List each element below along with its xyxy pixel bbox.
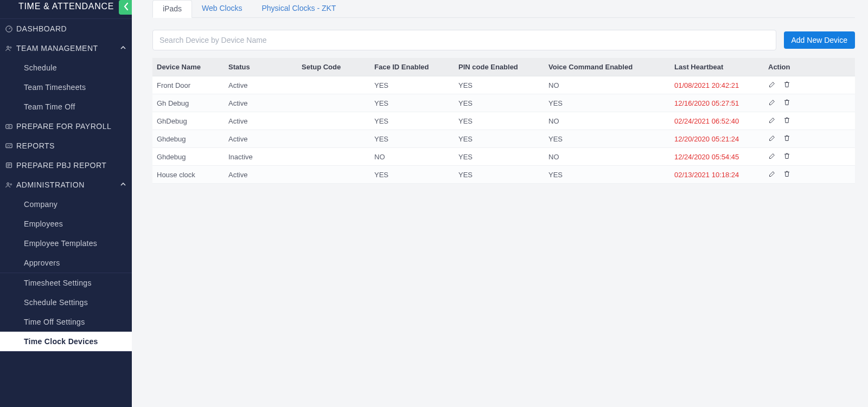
cell-device-name: GhDebug xyxy=(152,112,224,130)
cell-face: YES xyxy=(370,166,454,184)
cell-setup xyxy=(297,166,370,184)
cell-voice: YES xyxy=(544,94,670,112)
cell-setup xyxy=(297,94,370,112)
trash-icon[interactable] xyxy=(783,98,791,108)
tab-physical-clocks[interactable]: Physical Clocks - ZKT xyxy=(252,0,346,17)
pbj-icon xyxy=(3,161,14,170)
cell-status: Active xyxy=(224,130,297,148)
trash-icon[interactable] xyxy=(783,152,791,161)
app-title: TIME & ATTENDANCE xyxy=(0,0,132,18)
edit-icon[interactable] xyxy=(768,134,776,144)
cell-device-name: House clock xyxy=(152,166,224,184)
cell-status: Active xyxy=(224,112,297,130)
search-input[interactable] xyxy=(152,30,776,50)
edit-icon[interactable] xyxy=(768,170,776,179)
sidebar-item-label: DASHBOARD xyxy=(16,24,67,33)
sidebar-item-team-management[interactable]: TEAM MANAGEMENT xyxy=(0,38,132,58)
cell-heartbeat: 12/16/2020 05:27:51 xyxy=(670,94,764,112)
cell-voice: NO xyxy=(544,76,670,94)
sidebar-item-label: REPORTS xyxy=(16,141,55,150)
cell-action xyxy=(764,76,855,94)
add-new-device-button[interactable]: Add New Device xyxy=(784,31,856,49)
col-setup-code: Setup Code xyxy=(297,58,370,76)
cell-pin: YES xyxy=(454,166,544,184)
sidebar-item-label: PREPARE PBJ REPORT xyxy=(16,161,106,170)
sidebar-sub-approvers[interactable]: Approvers xyxy=(0,253,132,273)
cell-device-name: Gh Debug xyxy=(152,94,224,112)
cell-pin: YES xyxy=(454,94,544,112)
svg-rect-3 xyxy=(5,124,11,128)
sidebar-item-pbj-report[interactable]: PREPARE PBJ REPORT xyxy=(0,156,132,175)
sidebar-item-prepare-payroll[interactable]: PREPARE FOR PAYROLL xyxy=(0,117,132,136)
col-pin-code: PIN code Enabled xyxy=(454,58,544,76)
table-row: House clockActiveYESYESYES02/13/2021 10:… xyxy=(152,166,855,184)
svg-point-2 xyxy=(10,47,11,48)
cell-device-name: Front Door xyxy=(152,76,224,94)
sidebar-item-dashboard[interactable]: DASHBOARD xyxy=(0,18,132,38)
trash-icon[interactable] xyxy=(783,80,791,90)
sidebar: TIME & ATTENDANCE DASHBOARD TEAM MANAGEM… xyxy=(0,0,132,407)
sidebar-item-reports[interactable]: REPORTS xyxy=(0,136,132,156)
cell-heartbeat: 12/24/2020 05:54:45 xyxy=(670,148,764,166)
cell-pin: YES xyxy=(454,112,544,130)
admin-icon xyxy=(3,181,14,189)
edit-icon[interactable] xyxy=(768,80,776,90)
cell-heartbeat: 02/24/2021 06:52:40 xyxy=(670,112,764,130)
cell-setup xyxy=(297,130,370,148)
sidebar-item-label: TEAM MANAGEMENT xyxy=(16,44,98,53)
cell-setup xyxy=(297,76,370,94)
cell-heartbeat: 12/20/2020 05:21:24 xyxy=(670,130,764,148)
sidebar-sub-team-timesheets[interactable]: Team Timesheets xyxy=(0,77,132,97)
cell-pin: YES xyxy=(454,76,544,94)
cell-status: Active xyxy=(224,166,297,184)
edit-icon[interactable] xyxy=(768,116,776,126)
cell-status: Active xyxy=(224,94,297,112)
cell-voice: NO xyxy=(544,112,670,130)
cell-setup xyxy=(297,112,370,130)
sidebar-sub-time-clock-devices[interactable]: Time Clock Devices xyxy=(0,332,132,351)
cell-setup xyxy=(297,148,370,166)
svg-point-8 xyxy=(10,184,12,185)
trash-icon[interactable] xyxy=(783,134,791,144)
tabs: iPads Web Clocks Physical Clocks - ZKT xyxy=(152,0,855,18)
col-action: Action xyxy=(764,58,855,76)
tab-ipads[interactable]: iPads xyxy=(152,0,192,18)
svg-rect-5 xyxy=(5,144,11,148)
edit-icon[interactable] xyxy=(768,152,776,161)
table-row: Gh DebugActiveYESYESYES12/16/2020 05:27:… xyxy=(152,94,855,112)
chevron-up-icon xyxy=(120,44,126,53)
cell-action xyxy=(764,166,855,184)
cell-status: Inactive xyxy=(224,148,297,166)
edit-icon[interactable] xyxy=(768,98,776,108)
sidebar-item-administration[interactable]: ADMINISTRATION xyxy=(0,175,132,195)
sidebar-sub-employee-templates[interactable]: Employee Templates xyxy=(0,234,132,253)
sidebar-sub-time-off-settings[interactable]: Time Off Settings xyxy=(0,312,132,332)
main-content: iPads Web Clocks Physical Clocks - ZKT A… xyxy=(132,0,868,407)
col-last-heartbeat: Last Heartbeat xyxy=(670,58,764,76)
table-row: GhdebugActiveYESYESYES12/20/2020 05:21:2… xyxy=(152,130,855,148)
table-row: GhDebugActiveYESYESNO02/24/2021 06:52:40 xyxy=(152,112,855,130)
cell-face: YES xyxy=(370,112,454,130)
col-face-id: Face ID Enabled xyxy=(370,58,454,76)
reports-icon xyxy=(3,142,14,150)
cell-voice: YES xyxy=(544,130,670,148)
sidebar-sub-team-time-off[interactable]: Team Time Off xyxy=(0,97,132,117)
sidebar-collapse-button[interactable] xyxy=(119,0,132,15)
cell-heartbeat: 02/13/2021 10:18:24 xyxy=(670,166,764,184)
trash-icon[interactable] xyxy=(783,116,791,126)
trash-icon[interactable] xyxy=(783,170,791,179)
dashboard-icon xyxy=(3,25,14,33)
sidebar-sub-company[interactable]: Company xyxy=(0,195,132,214)
tab-web-clocks[interactable]: Web Clocks xyxy=(192,0,252,17)
sidebar-sub-schedule[interactable]: Schedule xyxy=(0,58,132,77)
sidebar-sub-employees[interactable]: Employees xyxy=(0,214,132,234)
cell-face: YES xyxy=(370,94,454,112)
table-row: GhdebugInactiveNOYESNO12/24/2020 05:54:4… xyxy=(152,148,855,166)
payroll-icon xyxy=(3,122,14,131)
sidebar-sub-schedule-settings[interactable]: Schedule Settings xyxy=(0,293,132,312)
col-status: Status xyxy=(224,58,297,76)
team-icon xyxy=(3,44,14,53)
sidebar-sub-timesheet-settings[interactable]: Timesheet Settings xyxy=(0,273,132,293)
cell-action xyxy=(764,130,855,148)
cell-pin: YES xyxy=(454,130,544,148)
